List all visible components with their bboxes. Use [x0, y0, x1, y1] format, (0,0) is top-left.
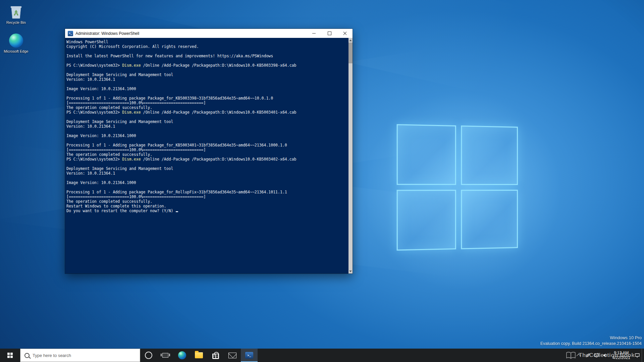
pen-icon — [586, 353, 590, 358]
edge-icon — [178, 351, 186, 359]
task-view-icon — [162, 353, 168, 358]
system-tray: 9:13 AM 4/22/2021 — [575, 349, 644, 362]
console-line — [66, 162, 348, 166]
console-line: Windows PowerShell — [66, 40, 348, 44]
file-explorer-icon — [195, 352, 203, 358]
powershell-icon: >_ — [68, 31, 73, 36]
taskbar-clock[interactable]: 9:13 AM 4/22/2021 — [610, 349, 633, 362]
volume-icon — [603, 353, 608, 358]
taskbar-left: Type here to search >_ — [0, 349, 575, 362]
search-icon — [24, 353, 30, 358]
console-line: PS C:\Windows\system32> Dism.exe /Online… — [66, 63, 348, 68]
minimize-button[interactable] — [306, 29, 322, 38]
recycle-bin-icon — [8, 4, 24, 19]
console-line: The operation completed successfully. — [66, 199, 348, 204]
powershell-titlebar[interactable]: >_ Administrator: Windows PowerShell — [65, 29, 353, 38]
console-line: Copyright (C) Microsoft Corporation. All… — [66, 44, 348, 49]
windows-logo-glow — [325, 54, 600, 328]
tray-pen-button[interactable] — [584, 349, 592, 362]
console-line: Do you want to restart the computer now?… — [66, 208, 348, 213]
tray-network-button[interactable] — [592, 349, 601, 362]
scrollbar-thumb[interactable] — [348, 43, 353, 63]
taskbar-mail-button[interactable] — [224, 349, 241, 362]
console-line: [==========================100.0%=======… — [66, 101, 348, 105]
console-line: Image Version: 10.0.21364.1000 — [66, 86, 348, 91]
taskbar-edge-button[interactable] — [174, 349, 191, 362]
tray-overflow-button[interactable] — [575, 349, 584, 362]
taskbar-file-explorer-button[interactable] — [191, 349, 207, 362]
console-line — [66, 49, 348, 54]
console-line — [66, 176, 348, 180]
action-center-button[interactable] — [633, 349, 642, 362]
close-icon — [343, 32, 347, 35]
console-line: Deployment Image Servicing and Managemen… — [66, 166, 348, 171]
minimize-icon — [312, 33, 316, 34]
taskbar-powershell-button[interactable]: >_ — [241, 349, 258, 362]
console-line: Image Version: 10.0.21364.1000 — [66, 133, 348, 138]
console-line: [==========================100.0%=======… — [66, 194, 348, 199]
network-icon — [594, 353, 599, 358]
console-line: Version: 10.0.21364.1 — [66, 124, 348, 129]
cortana-icon — [145, 352, 152, 359]
show-desktop-button[interactable] — [642, 349, 644, 362]
console-line: Restart Windows to complete this operati… — [66, 204, 348, 208]
maximize-icon — [328, 32, 331, 35]
windows-start-icon — [7, 353, 13, 358]
console-line: Processing 1 of 1 - Adding package Packa… — [66, 190, 348, 194]
desktop-icon-recycle-bin[interactable]: Recycle Bin — [3, 4, 30, 25]
clock-date: 4/22/2021 — [612, 355, 630, 360]
console-line — [66, 68, 348, 72]
taskbar-store-button[interactable] — [207, 349, 224, 362]
console-line: The operation completed successfully. — [66, 152, 348, 157]
desktop-icons: Recycle Bin Microsoft Edge — [3, 4, 30, 62]
chevron-up-icon — [577, 354, 581, 358]
console-line: [==========================100.0%=======… — [66, 147, 348, 152]
console-line — [66, 58, 348, 63]
console-line — [66, 185, 348, 190]
console-scrollbar[interactable] — [348, 38, 353, 274]
console-cursor — [176, 211, 178, 212]
windows-logo-pane — [397, 190, 456, 251]
windows-logo-pane — [397, 124, 456, 185]
task-view-button[interactable] — [157, 349, 174, 362]
console-line — [66, 115, 348, 119]
console-line — [66, 82, 348, 86]
console-line — [66, 129, 348, 133]
console-line — [66, 91, 348, 96]
search-placeholder: Type here to search — [33, 353, 71, 358]
console-line — [66, 138, 348, 143]
console-line: Processing 1 of 1 - Adding package Packa… — [66, 96, 348, 101]
arrow-down-icon — [349, 270, 352, 272]
windows-logo-pane — [461, 125, 518, 185]
mail-icon — [228, 353, 236, 358]
maximize-button[interactable] — [322, 29, 337, 38]
clock-time: 9:13 AM — [614, 351, 629, 355]
powershell-console[interactable]: Windows PowerShellCopyright (C) Microsof… — [65, 38, 353, 274]
console-line: The operation completed successfully. — [66, 105, 348, 110]
action-center-icon — [635, 353, 640, 358]
scroll-down-button[interactable] — [348, 269, 353, 274]
windows-logo-pane — [461, 190, 518, 249]
start-button[interactable] — [0, 349, 20, 362]
console-line: Deployment Image Servicing and Managemen… — [66, 119, 348, 124]
console-line: Version: 10.0.21364.1 — [66, 171, 348, 176]
console-line: Deployment Image Servicing and Managemen… — [66, 72, 348, 77]
cortana-button[interactable] — [140, 349, 157, 362]
powershell-icon: >_ — [245, 352, 253, 359]
console-output: Windows PowerShellCopyright (C) Microsof… — [65, 38, 348, 274]
close-button[interactable] — [337, 29, 353, 38]
windows-logo — [397, 124, 518, 250]
window-title: Administrator: Windows PowerShell — [75, 31, 306, 36]
desktop-icon-microsoft-edge[interactable]: Microsoft Edge — [3, 33, 30, 54]
store-icon — [212, 354, 219, 359]
powershell-window: >_ Administrator: Windows PowerShell Win… — [65, 29, 353, 274]
taskbar-search-input[interactable]: Type here to search — [20, 349, 140, 362]
console-line: Install the latest PowerShell for new fe… — [66, 54, 348, 58]
taskbar: Type here to search >_ — [0, 349, 644, 362]
arrow-up-icon — [349, 40, 352, 41]
console-line: PS C:\Windows\system32> Dism.exe /Online… — [66, 157, 348, 162]
scroll-up-button[interactable] — [348, 38, 353, 43]
desktop-icon-label: Microsoft Edge — [3, 49, 30, 54]
tray-volume-button[interactable] — [601, 349, 610, 362]
console-line: PS C:\Windows\system32> Dism.exe /Online… — [66, 110, 348, 115]
